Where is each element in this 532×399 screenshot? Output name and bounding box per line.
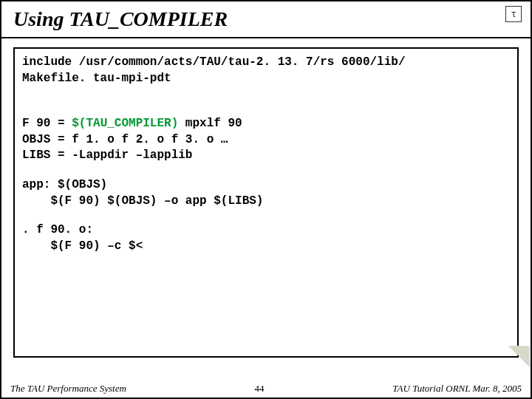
page-curl-icon [508,346,529,366]
code-f90-compiler: $(TAU_COMPILER) [72,117,178,130]
slide-frame: Using TAU_COMPILER τ include /usr/common… [0,0,532,399]
code-rule-target: . f 90. o: [22,222,510,239]
code-rule-cmd: $(F 90) –c $< [22,239,510,255]
tau-logo-icon: τ [505,6,522,22]
slide-number: 44 [255,383,265,395]
code-include-2: Makefile. tau-mpi-pdt [22,71,510,87]
code-f90-rhs: mpxlf 90 [178,117,242,130]
code-app-target: app: $(OBJS) [22,177,510,194]
code-include-1: include /usr/common/acts/TAU/tau-2. 13. … [22,55,510,71]
footer: The TAU Performance System 44 TAU Tutori… [1,383,531,395]
footer-right: TAU Tutorial ORNL Mar. 8, 2005 [392,383,522,395]
slide-title: Using TAU_COMPILER [13,7,228,30]
code-libs: LIBS = -Lappdir –lapplib [22,148,510,164]
title-bar: Using TAU_COMPILER τ [1,1,531,38]
code-app-cmd: $(F 90) $(OBJS) –o app $(LIBS) [22,194,510,210]
code-f90-lhs: F 90 = [22,117,72,130]
code-block: include /usr/common/acts/TAU/tau-2. 13. … [13,47,519,358]
footer-left: The TAU Performance System [10,383,126,395]
code-f90: F 90 = $(TAU_COMPILER) mpxlf 90 [22,116,510,132]
code-objs: OBJS = f 1. o f 2. o f 3. o … [22,132,510,149]
